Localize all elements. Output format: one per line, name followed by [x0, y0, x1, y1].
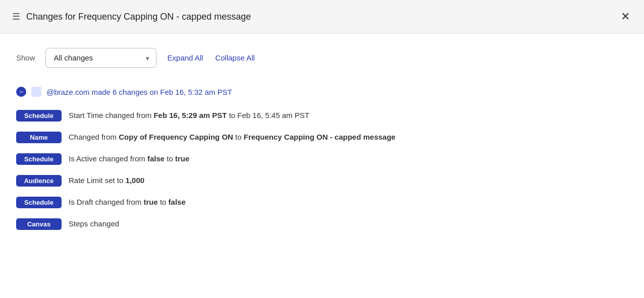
minus-icon: −	[19, 88, 23, 95]
changes-dropdown[interactable]: All changes Schedule Name Audience Canva…	[45, 48, 156, 68]
table-row: Audience Rate Limit set to 1,000	[16, 170, 628, 192]
collapse-all-button[interactable]: Collapse All	[214, 51, 255, 64]
change-text-4: Rate Limit set to 1,000	[69, 175, 144, 187]
change-text-3: Is Active changed from false to true	[69, 153, 189, 165]
schedule-badge-2: Schedule	[16, 153, 62, 165]
close-button[interactable]: ✕	[619, 9, 632, 24]
change-text-5: Is Draft changed from true to false	[69, 197, 186, 208]
schedule-badge-3: Schedule	[16, 197, 62, 208]
change-rows: Schedule Start Time changed from Feb 16,…	[16, 105, 628, 235]
collapse-icon[interactable]: −	[16, 87, 26, 97]
group-header: − @braze.com made 6 changes on Feb 16, 5…	[16, 87, 628, 97]
header-left: ☰ Changes for Frequency Capping ON - cap…	[12, 11, 251, 22]
table-row: Schedule Is Active changed from false to…	[16, 148, 628, 170]
table-row: Canvas Steps changed	[16, 213, 628, 235]
expand-all-button[interactable]: Expand All	[167, 51, 204, 64]
dropdown-wrapper: All changes Schedule Name Audience Canva…	[45, 48, 156, 68]
table-row: Name Changed from Copy of Frequency Capp…	[16, 127, 628, 148]
change-text-6: Steps changed	[69, 218, 119, 230]
table-row: Schedule Is Draft changed from true to f…	[16, 192, 628, 213]
show-label: Show	[16, 53, 35, 62]
change-group: − @braze.com made 6 changes on Feb 16, 5…	[16, 87, 628, 235]
group-title: @braze.com made 6 changes on Feb 16, 5:3…	[46, 88, 232, 96]
list-icon: ☰	[12, 11, 20, 22]
change-text-2: Changed from Copy of Frequency Capping O…	[69, 132, 396, 143]
user-avatar	[31, 87, 41, 97]
schedule-badge-1: Schedule	[16, 110, 62, 122]
change-text-1: Start Time changed from Feb 16, 5:29 am …	[69, 110, 309, 122]
toolbar: Show All changes Schedule Name Audience …	[0, 34, 644, 78]
modal-title: Changes for Frequency Capping ON - cappe…	[26, 12, 251, 22]
name-badge: Name	[16, 132, 62, 143]
modal-header: ☰ Changes for Frequency Capping ON - cap…	[0, 0, 644, 34]
table-row: Schedule Start Time changed from Feb 16,…	[16, 105, 628, 127]
content-area: − @braze.com made 6 changes on Feb 16, 5…	[0, 78, 644, 251]
audience-badge: Audience	[16, 175, 62, 187]
canvas-badge: Canvas	[16, 218, 62, 230]
